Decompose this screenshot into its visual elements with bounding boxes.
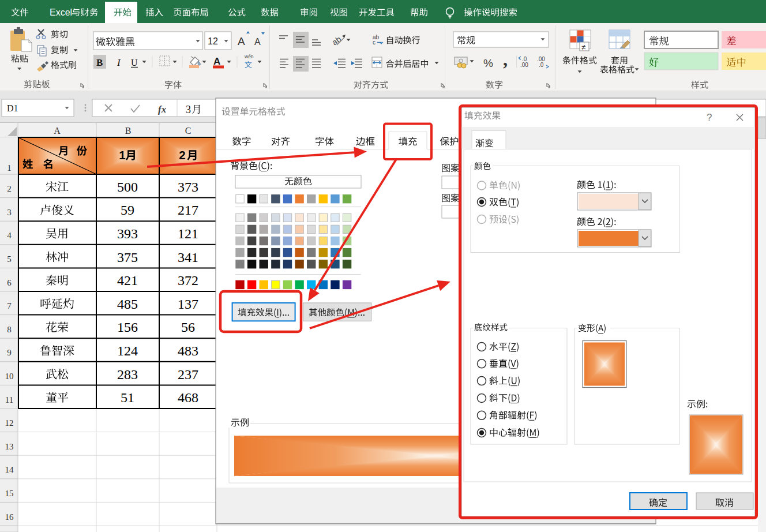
- svg-text:13: 13: [5, 442, 14, 451]
- svg-text:341: 341: [178, 250, 198, 265]
- svg-text:12: 12: [5, 418, 14, 428]
- svg-text:11: 11: [5, 395, 13, 404]
- svg-text:10: 10: [5, 372, 14, 381]
- svg-text:U: U: [131, 58, 138, 68]
- svg-text:373: 373: [178, 179, 198, 194]
- svg-text:3: 3: [7, 208, 12, 217]
- svg-text:3: 3: [186, 104, 191, 115]
- svg-text:A: A: [254, 37, 261, 47]
- svg-text:7: 7: [7, 301, 12, 310]
- svg-text:124: 124: [117, 343, 138, 358]
- svg-text:D1: D1: [7, 103, 18, 113]
- svg-text:.0: .0: [539, 62, 544, 68]
- svg-text:,: ,: [503, 49, 508, 70]
- svg-text:483: 483: [178, 343, 198, 358]
- svg-text:1: 1: [7, 163, 12, 173]
- svg-text:59: 59: [121, 203, 134, 218]
- svg-text:5: 5: [7, 254, 12, 264]
- svg-text:6: 6: [7, 278, 12, 287]
- svg-text:A: A: [54, 126, 61, 136]
- svg-text:393: 393: [117, 226, 138, 241]
- svg-text:2: 2: [179, 148, 185, 162]
- svg-text:283: 283: [117, 367, 138, 382]
- svg-text:C: C: [185, 126, 191, 136]
- svg-text:156: 156: [117, 320, 138, 335]
- svg-text:14: 14: [5, 465, 14, 474]
- svg-text:16: 16: [5, 512, 14, 522]
- svg-text:wén: wén: [244, 54, 254, 59]
- svg-text:8: 8: [7, 325, 12, 334]
- svg-text:%: %: [483, 57, 493, 69]
- svg-text:372: 372: [178, 273, 198, 288]
- svg-text:A: A: [213, 56, 220, 67]
- svg-text:51: 51: [121, 390, 134, 405]
- svg-text:B: B: [125, 126, 132, 136]
- svg-text:2: 2: [7, 184, 12, 193]
- svg-text:421: 421: [117, 273, 138, 288]
- svg-text:.00: .00: [520, 62, 528, 68]
- svg-text:?: ?: [707, 112, 712, 123]
- svg-text:217: 217: [178, 203, 198, 218]
- svg-text:Excel: Excel: [50, 8, 72, 17]
- svg-text:56: 56: [181, 320, 195, 335]
- svg-text:≠: ≠: [581, 43, 585, 51]
- svg-text:137: 137: [178, 297, 198, 312]
- svg-text:500: 500: [117, 179, 138, 194]
- svg-text:468: 468: [178, 390, 198, 405]
- svg-text:fx: fx: [158, 104, 167, 115]
- svg-text:375: 375: [117, 250, 138, 265]
- svg-text:12: 12: [208, 36, 218, 46]
- svg-text:9: 9: [7, 348, 12, 357]
- svg-text:15: 15: [5, 489, 14, 498]
- svg-text:1: 1: [119, 148, 125, 162]
- svg-text:B: B: [96, 57, 103, 68]
- svg-text:4: 4: [7, 231, 12, 240]
- svg-text:A: A: [238, 35, 245, 47]
- svg-text:121: 121: [178, 226, 198, 241]
- svg-text:237: 237: [178, 367, 198, 382]
- svg-text:485: 485: [117, 297, 138, 312]
- svg-text:c: c: [373, 39, 376, 46]
